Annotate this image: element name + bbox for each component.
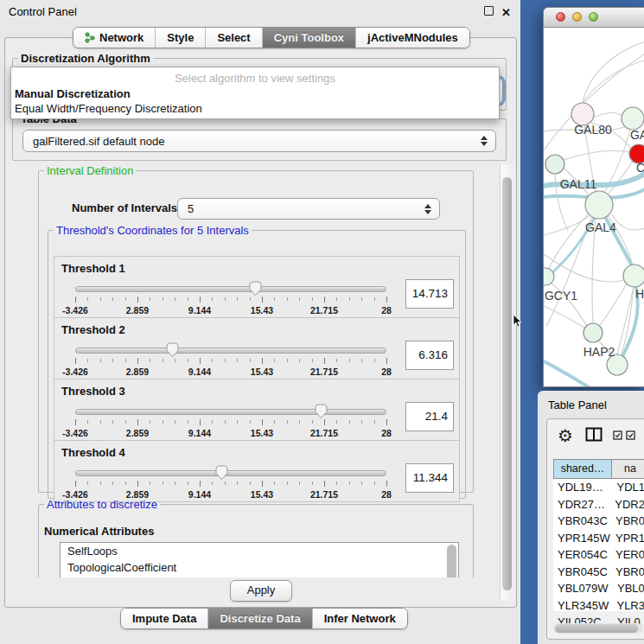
threshold-1-slider[interactable]: -3.4262.8599.14415.4321.71528 [75,283,386,317]
table-cell-shared-name[interactable]: YDL19… [553,479,611,496]
tick-mark [150,481,150,485]
slider-tick-labels: -3.4262.8599.14415.4321.71528 [75,428,386,438]
tab-cyni-toolbox[interactable]: Cyni Toolbox [262,28,355,48]
attributes-legend: Attributes to discretize [44,498,160,511]
table-row[interactable]: YER054C YER0 [553,546,644,564]
tick-mark [150,297,150,301]
table-cell-shared-name[interactable]: YBR045C [553,564,610,581]
table-horizontal-scrollbar[interactable] [553,623,643,634]
network-node[interactable] [623,265,644,287]
table-cell-shared-name[interactable]: YPR145W [553,530,610,547]
close-panel-icon[interactable]: ✕ [501,6,511,19]
apply-button[interactable]: Apply [230,580,292,602]
table-cell-name[interactable]: YBL0 [612,580,644,597]
network-node[interactable] [622,107,644,130]
tab-discretize-data[interactable]: Discretize Data [207,609,311,628]
network-node[interactable] [583,323,603,342]
tab-network-label: Network [99,31,143,44]
slider-track[interactable] [75,470,386,476]
list-scrollbar-thumb[interactable] [447,545,456,577]
network-node[interactable] [585,191,613,219]
threshold-1-value-field[interactable]: 14.713 [405,279,454,309]
zoom-window-icon[interactable] [589,12,598,22]
table-cell-name[interactable]: YBR0 [610,513,644,530]
tick-label: 28 [381,428,392,438]
list-item-selfloops[interactable]: SelfLoops [61,543,458,559]
popup-item-manual-discretization[interactable]: Manual Discretization [14,86,496,101]
table-row[interactable]: YPR145W YPR1 [553,530,644,547]
table-row[interactable]: YBR045C YBR0 [553,564,644,581]
close-window-icon[interactable] [556,12,565,22]
number-of-intervals-combobox[interactable]: 5 [177,198,440,220]
numerical-attributes-list[interactable]: SelfLoops TopologicalCoefficient Between… [60,542,459,577]
list-item-betweennesscentrality[interactable]: BetweennessCentrality [61,576,458,577]
slider-track[interactable] [75,409,386,415]
network-window-titlebar[interactable] [544,8,644,28]
gear-icon[interactable]: ⚙ [558,424,573,447]
node-attribute-table: shared… na YDL19… YDL1 YDR27… YDR2 YBR04… [553,459,644,611]
panel-vertical-scrollbar[interactable] [500,164,514,601]
threshold-2-label: Threshold 2 [61,323,125,336]
interval-definition-legend: Interval Definition [44,164,136,177]
threshold-3-value-field[interactable]: 21.4 [405,402,454,431]
slider-track[interactable] [75,348,386,354]
tick-mark [137,358,138,364]
table-cell-name[interactable]: YER0 [610,546,644,564]
list-item-topologicalcoefficient[interactable]: TopologicalCoefficient [61,559,458,576]
network-node[interactable] [545,155,564,174]
table-cell-shared-name[interactable]: YBL079W [553,580,612,597]
table-row[interactable]: YLR345W YLR3 [553,597,644,615]
threshold-2-slider[interactable]: -3.4262.8599.14415.4321.71528 [75,344,386,379]
number-of-intervals-value: 5 [188,202,194,215]
tab-jactivemnodules[interactable]: jActiveMNodules [355,28,469,48]
tab-impute-data[interactable]: Impute Data [121,609,207,628]
tick-mark [75,419,76,425]
threshold-4-slider[interactable]: -3.4262.8599.14415.4321.71528 [75,467,386,501]
tick-mark [125,481,126,485]
table-row[interactable]: YDL19… YDL1 [553,479,644,496]
table-cell-name[interactable]: YDR2 [609,496,644,513]
table-cell-name[interactable]: YLR3 [611,597,644,615]
table-cell-shared-name[interactable]: YER054C [553,546,610,564]
columns-icon[interactable] [585,427,603,442]
table-data-combobox[interactable]: galFiltered.sif default node [22,130,496,152]
tick-mark [87,359,88,362]
tick-mark [336,359,337,362]
table-cell-name[interactable]: YBR0 [610,564,644,581]
table-row[interactable]: YBR043C YBR0 [553,513,644,530]
slider-thumb[interactable] [214,465,229,481]
panel-scrollbar-thumb[interactable] [502,177,512,590]
table-cell-shared-name[interactable]: YDR27… [553,496,609,513]
threshold-2-value-field[interactable]: 6.316 [405,341,454,370]
tab-style[interactable]: Style [155,28,205,48]
threshold-3-slider[interactable]: -3.4262.8599.14415.4321.71528 [75,405,386,440]
slider-track[interactable] [75,286,386,292]
popup-item-equal-width-frequency[interactable]: Equal Width/Frequency Discretization [14,101,496,116]
checkbox-icon[interactable] [613,430,622,440]
network-view-window[interactable]: GAL80GAGAL11CGAL4GCY1HHAP2 [543,7,644,387]
float-panel-icon[interactable] [484,6,494,16]
tick-mark [163,359,163,362]
tab-infer-network[interactable]: Infer Network [312,609,407,628]
slider-thumb[interactable] [314,404,328,419]
tick-mark [374,420,375,424]
column-header-shared-name[interactable]: shared… [553,459,612,479]
minimize-window-icon[interactable] [572,12,582,22]
tab-network[interactable]: Network [73,28,155,48]
threshold-4-value-field[interactable]: 11.344 [405,463,454,493]
table-scrollbar-thumb[interactable] [555,624,638,633]
table-cell-shared-name[interactable]: YLR345W [553,597,611,615]
table-row[interactable]: YDR27… YDR2 [553,496,644,513]
table-cell-name[interactable]: YPR1 [610,530,644,547]
table-cell-name[interactable]: YDL1 [611,479,644,496]
network-node[interactable] [544,268,554,285]
checkbox-icon[interactable] [626,430,635,440]
network-canvas[interactable]: GAL80GAGAL11CGAL4GCY1HHAP2 [544,28,644,386]
slider-thumb[interactable] [248,281,263,296]
table-cell-shared-name[interactable]: YBR043C [553,513,610,530]
tick-mark [349,481,350,485]
tab-select[interactable]: Select [205,28,261,48]
table-row[interactable]: YBL079W YBL0 [553,580,644,597]
slider-thumb[interactable] [165,342,180,358]
column-header-name[interactable]: na [612,459,644,479]
